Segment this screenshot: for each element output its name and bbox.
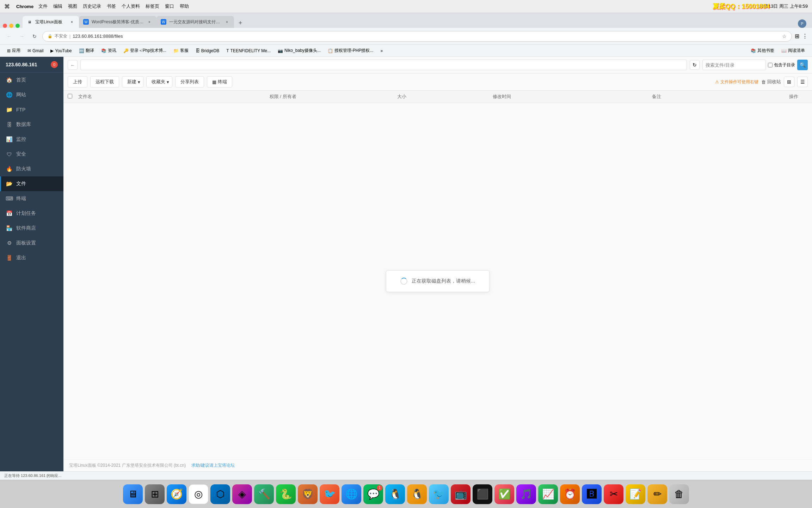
dock-baidu[interactable]: 🌐 [342, 484, 361, 504]
menu-help[interactable]: 帮助 [180, 3, 189, 10]
subdir-checkbox-input[interactable] [768, 63, 773, 67]
sidebar-item-database[interactable]: 🗄 数据库 [0, 117, 63, 132]
dock-accessories[interactable]: ◈ [232, 484, 252, 504]
sidebar-item-website[interactable]: 🌐 网站 [0, 87, 63, 102]
menu-window[interactable]: 窗口 [165, 3, 174, 10]
monitor-label: 监控 [16, 136, 26, 143]
dock-wechat[interactable]: 💬 1 [363, 484, 383, 504]
new-tab-button[interactable]: + [235, 18, 245, 28]
menu-profile[interactable]: 个人资料 [122, 3, 140, 10]
bookmark-star-icon[interactable]: ☆ [782, 34, 787, 39]
bookmark-other[interactable]: 📚 其他书签 [748, 46, 777, 55]
extensions-icon[interactable]: ⊞ [795, 33, 799, 40]
bookmark-auth[interactable]: 📋 授权管理-PHP授权... [325, 46, 376, 55]
dock-hammer[interactable]: 🔨 [254, 484, 274, 504]
dock-xmind[interactable]: ✂ [604, 484, 623, 504]
maximize-window-btn[interactable] [16, 24, 20, 28]
select-all-checkbox[interactable] [68, 94, 72, 98]
dock-iqiyi[interactable]: 📺 [451, 484, 470, 504]
sidebar-item-softstore[interactable]: 🏪 软件商店 [0, 221, 63, 236]
bookmark-more[interactable]: » [377, 47, 386, 55]
remote-download-button[interactable]: 远程下载 [90, 76, 119, 87]
menu-edit[interactable]: 编辑 [53, 3, 62, 10]
dock-qq[interactable]: 🐧 [385, 484, 405, 504]
menu-icon[interactable]: ⋮ [802, 33, 808, 40]
dock-inotebook[interactable]: 📝 [626, 484, 645, 504]
bookmark-translate[interactable]: 🔤 翻译 [76, 46, 97, 55]
refresh-button[interactable]: ↻ [30, 31, 39, 41]
bookmark-php-login[interactable]: 🔑 登录＜Php技术博... [121, 46, 169, 55]
terminal-button[interactable]: ▦ 终端 [207, 76, 232, 87]
dock-bbedit[interactable]: 🅱 [582, 484, 602, 504]
dock-vscode[interactable]: ⬡ [210, 484, 230, 504]
sidebar-item-files[interactable]: 📂 文件 [0, 176, 63, 191]
menu-bookmarks[interactable]: 书签 [107, 3, 116, 10]
menu-history[interactable]: 历史记录 [83, 3, 101, 10]
dock-trash[interactable]: 🗑 [669, 484, 689, 504]
bookmark-news[interactable]: 📚 资讯 [98, 46, 119, 55]
menu-tabs[interactable]: 标签页 [146, 3, 159, 10]
sidebar-item-terminal[interactable]: ⌨ 终端 [0, 191, 63, 206]
recycle-bin-button[interactable]: 🗑 回收站 [761, 79, 781, 85]
bookmark-youtube[interactable]: ▶ YouTube [48, 47, 74, 55]
search-button[interactable]: 🔍 [797, 60, 808, 70]
dock-klokki[interactable]: ⏰ [560, 484, 580, 504]
dock-clion[interactable]: 🦁 [298, 484, 318, 504]
address-input[interactable]: 🔒 不安全 | 123.60.86.161:8888/files ☆ [42, 31, 792, 42]
search-input[interactable] [702, 60, 766, 70]
dock-penguin2[interactable]: 🐧 [407, 484, 427, 504]
sidebar-item-security[interactable]: 🛡 安全 [0, 147, 63, 162]
grid-view-button[interactable]: ⊞ [784, 77, 794, 87]
tab-3-close[interactable]: × [224, 19, 230, 25]
close-window-btn[interactable] [3, 24, 7, 28]
sidebar-item-monitor[interactable]: 📊 监控 [0, 132, 63, 147]
new-button[interactable]: 新建 ▾ [122, 76, 143, 87]
back-button[interactable]: ← [4, 31, 14, 41]
sidebar-item-settings[interactable]: ⚙ 面板设置 [0, 236, 63, 250]
bookmark-apps[interactable]: ⊞ 应用 [4, 46, 23, 55]
bookmark-teen[interactable]: T TEENFIDELITY Me... [223, 47, 273, 55]
minimize-window-btn[interactable] [9, 24, 13, 28]
profile-button[interactable]: P [798, 19, 806, 28]
upload-button[interactable]: 上传 [68, 76, 87, 87]
dock-swiftly[interactable]: 🐦 [429, 484, 449, 504]
dock-terminal[interactable]: ⬛ [473, 484, 492, 504]
share-list-button[interactable]: 分享列表 [175, 76, 204, 87]
include-subdir-checkbox[interactable]: 包含子目录 [768, 62, 795, 68]
bookmark-camera[interactable]: 📷 Niko_baby摄像头... [275, 46, 324, 55]
dock-safari[interactable]: 🧭 [167, 484, 186, 504]
dock-sketch[interactable]: ✏ [647, 484, 667, 504]
bookmark-gmail[interactable]: ✉ Gmail [25, 47, 46, 55]
sidebar-item-ftp[interactable]: 📁 FTP [0, 102, 63, 117]
tab-1[interactable]: 🖥 宝塔Linux面板 × [23, 16, 79, 28]
path-back-button[interactable]: ← [68, 60, 78, 70]
path-refresh-button[interactable]: ↻ [690, 60, 700, 70]
sidebar-item-home[interactable]: 🏠 首页 [0, 73, 63, 87]
dock-launchpad[interactable]: ⊞ [145, 484, 165, 504]
bookmark-customer[interactable]: 📁 客服 [171, 46, 191, 55]
sidebar-item-cron[interactable]: 📅 计划任务 [0, 206, 63, 221]
forward-button[interactable]: → [17, 31, 27, 41]
dock-todo[interactable]: ✅ [494, 484, 514, 504]
feedback-link[interactable]: 求助/建议请上宝塔论坛 [191, 462, 235, 468]
tab-1-close[interactable]: × [69, 19, 75, 25]
dock-finder[interactable]: 🖥 [123, 484, 143, 504]
dock-music[interactable]: 🎵 [516, 484, 536, 504]
bookmark-readinglist[interactable]: 📖 阅读清单 [779, 46, 808, 55]
menu-view[interactable]: 视图 [68, 3, 77, 10]
apple-menu[interactable]: ⌘ [4, 3, 10, 10]
list-view-button[interactable]: ☰ [797, 77, 808, 87]
tab-2-close[interactable]: × [147, 19, 152, 25]
dock-chrome[interactable]: ◎ [189, 484, 208, 504]
dock-grapher[interactable]: 📈 [538, 484, 558, 504]
bookmark-bridgedb[interactable]: 🗄 BridgeDB [193, 47, 222, 55]
path-input[interactable] [80, 60, 687, 70]
sidebar-item-logout[interactable]: 🚪 退出 [0, 250, 63, 265]
dock-pycharm[interactable]: 🐍 [276, 484, 296, 504]
tab-2[interactable]: W WordPress极简博客-优质博客 × [79, 16, 156, 28]
menu-file[interactable]: 文件 [38, 3, 48, 10]
tab-3[interactable]: W 一元交友源码对接码支付免费送... × [156, 16, 234, 28]
dock-swift[interactable]: 🐦 [320, 484, 339, 504]
sidebar-item-firewall[interactable]: 🔥 防火墙 [0, 162, 63, 176]
favorites-button[interactable]: 收藏夹 ▾ [146, 76, 172, 87]
